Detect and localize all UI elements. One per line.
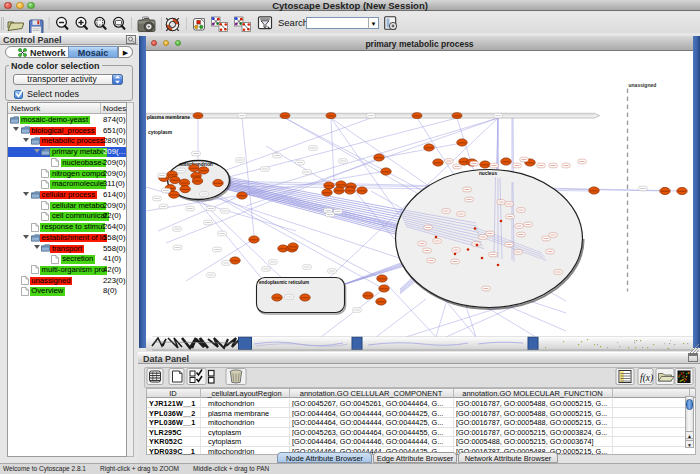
svg-text:f(x): f(x)	[640, 373, 653, 384]
svg-text:unassigned: unassigned	[629, 82, 657, 88]
svg-text:nucleus: nucleus	[479, 171, 497, 176]
svg-text:endoplasmic reticulum: endoplasmic reticulum	[259, 280, 309, 285]
svg-text:cytoplasm: cytoplasm	[148, 130, 173, 135]
svg-text:plasma membrane: plasma membrane	[147, 115, 190, 120]
